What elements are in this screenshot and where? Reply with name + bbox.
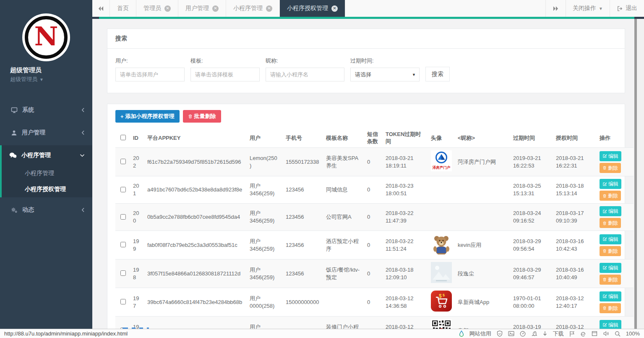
- double-chevron-right-icon: [553, 6, 559, 11]
- cell-user: 用户 3456(259): [246, 176, 282, 204]
- delete-button[interactable]: 删除: [600, 275, 621, 285]
- profile-role-dropdown[interactable]: 超级管理员 ▼: [0, 74, 92, 83]
- column-header-sms-count: 短信条数: [364, 128, 382, 148]
- cell-id: 200: [130, 204, 144, 231]
- zoom-search-icon[interactable]: [615, 331, 621, 337]
- image-mode-icon[interactable]: [508, 331, 514, 336]
- cell-token-expire: 2018-03-23 18:00:51: [382, 176, 428, 204]
- flag-icon[interactable]: [569, 331, 575, 337]
- row-checkbox[interactable]: [120, 187, 126, 192]
- tabs-scroll-right-button[interactable]: [545, 0, 566, 17]
- column-header-token-expire: TOKEN过期时间: [382, 128, 428, 148]
- select-value: 请选择: [355, 71, 371, 79]
- sidebar-item-user-management[interactable]: 用户管理: [2, 123, 92, 143]
- site-credit-label[interactable]: 网站信用: [469, 330, 491, 338]
- cell-appkey: fab0f08f7cb79eb25c3a3d0553baf51c: [144, 231, 246, 259]
- tab-close-icon[interactable]: ✕: [212, 5, 219, 12]
- nickname-input[interactable]: [266, 68, 344, 81]
- column-header-id: ID: [130, 128, 144, 148]
- ie-compat-icon[interactable]: [580, 331, 586, 337]
- row-checkbox[interactable]: [120, 270, 126, 276]
- edit-pencil-icon: [602, 182, 607, 186]
- edit-button[interactable]: 编辑: [600, 263, 621, 273]
- window-layout-icon[interactable]: [592, 331, 597, 336]
- logout-button[interactable]: 退出: [610, 0, 644, 17]
- tab-home[interactable]: 首页: [110, 0, 136, 17]
- tab-label: 用户管理: [185, 5, 209, 12]
- tabs-scroll-left-button[interactable]: [92, 0, 110, 17]
- cell-user: 用户 0000(258): [246, 317, 282, 329]
- cell-template-name: 公司官网A: [323, 204, 364, 231]
- sidebar-item-system[interactable]: 系统: [2, 100, 92, 120]
- speed-gauge-icon[interactable]: [520, 331, 526, 337]
- shield-icon[interactable]: [497, 330, 503, 337]
- logo-circle: N: [22, 13, 70, 61]
- sidebar-item-dynamic[interactable]: 动态: [2, 200, 92, 220]
- delete-button[interactable]: 删除: [600, 303, 621, 313]
- download-arrow-icon[interactable]: [542, 331, 548, 337]
- user-input[interactable]: [115, 68, 185, 81]
- search-button[interactable]: 搜索: [425, 67, 450, 81]
- cell-template-name: 同城信息: [323, 176, 364, 204]
- tab-label: 首页: [117, 5, 129, 12]
- column-header-template-name: 模板名称: [323, 128, 364, 148]
- delete-button-label: 删除: [608, 276, 618, 283]
- logo-letter: N: [34, 24, 58, 50]
- auth-table: ID平台APPKEY用户手机号模板名称短信条数TOKEN过期时间头像<昵称>过期…: [115, 128, 634, 329]
- cell-avatar: 泽房产门户: [428, 148, 454, 176]
- batch-delete-button[interactable]: 批量删除: [183, 110, 221, 123]
- photo-placeholder: [431, 262, 452, 283]
- edit-button[interactable]: 编辑: [600, 206, 621, 216]
- cell-template-name: 美容美发SPA养生: [323, 148, 364, 176]
- close-operations-label: 关闭操作: [573, 5, 596, 12]
- tab-close-icon[interactable]: ✕: [164, 5, 171, 12]
- row-checkbox[interactable]: [120, 159, 126, 164]
- sidebar-subitem-miniapp-management[interactable]: 小程序管理: [2, 165, 92, 181]
- download-label[interactable]: 下载: [553, 330, 564, 338]
- cell-phone: 123456: [282, 259, 323, 288]
- row-checkbox[interactable]: [120, 242, 126, 247]
- sidebar-item-miniapp-management[interactable]: 小程序管理: [2, 145, 92, 165]
- delete-button[interactable]: 删除: [600, 246, 621, 256]
- expire-time-select[interactable]: 请选择▼: [350, 68, 420, 81]
- select-all-checkbox[interactable]: [120, 135, 126, 140]
- delete-button[interactable]: 删除: [600, 191, 621, 201]
- zoom-level[interactable]: 100%: [626, 330, 640, 337]
- chevron-left-icon: [81, 130, 85, 135]
- chevron-left-icon: [81, 107, 85, 113]
- cell-template-name: 装修门户小程序: [323, 317, 364, 329]
- edit-button[interactable]: 编辑: [600, 151, 621, 161]
- trash-icon: [602, 221, 607, 225]
- tab-label: 管理员: [143, 5, 161, 12]
- sidebar-subitem-miniapp-auth-management[interactable]: 小程序授权管理: [2, 181, 92, 197]
- cell-expire-time: 2018-03-24 09:16:52: [510, 204, 553, 231]
- cell-select: [115, 148, 130, 176]
- edit-button[interactable]: 编辑: [600, 291, 621, 301]
- rocket-boost-icon[interactable]: [531, 331, 537, 337]
- vertical-scrollbar[interactable]: [634, 19, 644, 329]
- template-input[interactable]: [190, 68, 260, 81]
- row-checkbox[interactable]: [120, 299, 126, 304]
- delete-button[interactable]: 删除: [600, 218, 621, 228]
- tab-close-icon[interactable]: ✕: [331, 5, 338, 12]
- tab-miniapp-management[interactable]: 小程序管理✕: [226, 0, 280, 17]
- cell-nickname: [454, 204, 510, 231]
- edit-button[interactable]: 编辑: [600, 234, 621, 244]
- tab-admin[interactable]: 管理员✕: [136, 0, 178, 17]
- delete-button[interactable]: 删除: [600, 163, 621, 173]
- edit-button[interactable]: 编辑: [600, 320, 621, 329]
- tab-close-icon[interactable]: ✕: [266, 5, 272, 12]
- row-checkbox[interactable]: [120, 214, 126, 220]
- tab-miniapp-auth-management[interactable]: 小程序授权管理✕: [280, 0, 345, 17]
- edit-button[interactable]: 编辑: [600, 179, 621, 189]
- wechat-icon: [9, 152, 17, 159]
- add-miniapp-auth-button[interactable]: +添加小程序授权管理: [115, 110, 180, 123]
- trash-icon: [602, 249, 607, 253]
- table-row: 2000b5a9cc2e788fb6cb07cee8fd9545da4用户 34…: [115, 204, 634, 231]
- tab-user-management[interactable]: 用户管理✕: [178, 0, 226, 17]
- scrollbar-thumb[interactable]: [634, 19, 637, 329]
- speed-drop-icon[interactable]: [459, 330, 464, 337]
- cell-select: [115, 176, 130, 204]
- speaker-icon[interactable]: [603, 331, 609, 336]
- close-operations-dropdown[interactable]: 关闭操作 ▼: [566, 0, 610, 17]
